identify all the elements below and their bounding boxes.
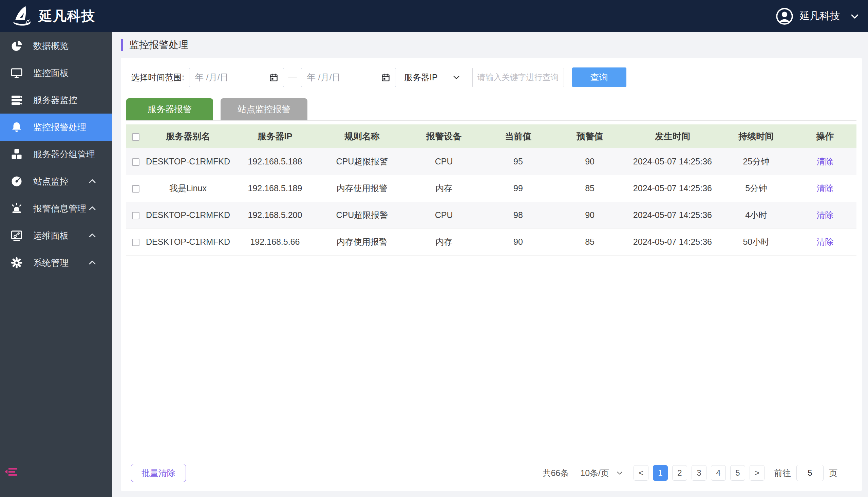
sidebar-item[interactable]: 服务器分组管理 (0, 141, 112, 168)
sidebar-item[interactable]: 监控面板 (0, 59, 112, 86)
cell-current-value: 90 (483, 228, 553, 255)
sailboat-logo-icon (12, 6, 34, 27)
cell-duration: 25分钟 (719, 148, 794, 175)
pager: < 12345 > (634, 465, 764, 481)
cell-device: CPU (405, 202, 483, 228)
clear-action-link[interactable]: 清除 (816, 210, 833, 220)
cell-rule: 内存使用报警 (319, 228, 404, 255)
next-page-button[interactable]: > (749, 465, 764, 481)
sidebar-item[interactable]: 数据概览 (0, 32, 112, 59)
total-count: 共66条 (542, 468, 569, 479)
cell-ip: 192.168.5.188 (231, 148, 319, 175)
monitor-icon (10, 67, 23, 79)
clear-action-link[interactable]: 清除 (816, 183, 833, 193)
cell-ip: 192.168.5.189 (231, 175, 319, 202)
top-header: 延凡科技 延凡科技 (0, 0, 868, 32)
siren-icon (10, 202, 23, 215)
column-header: 预警值 (553, 124, 626, 148)
cell-time: 2024-05-07 14:25:36 (626, 148, 719, 175)
chevron-down-icon (850, 11, 860, 22)
page-size-select[interactable]: 10条/页 (580, 468, 623, 479)
cell-threshold: 90 (553, 202, 626, 228)
pie-chart-icon (10, 39, 23, 52)
select-all-checkbox[interactable] (132, 133, 139, 141)
cell-rule: CPU超限报警 (319, 148, 404, 175)
column-header: 操作 (794, 124, 856, 148)
column-header: 规则名称 (319, 124, 404, 148)
table-row: DESKTOP-C1RMFKD 192.168.5.66 内存使用报警 内存 9… (126, 228, 856, 255)
cell-threshold: 85 (553, 228, 626, 255)
cell-time: 2024-05-07 14:25:36 (626, 202, 719, 228)
row-checkbox[interactable] (132, 212, 139, 219)
chevron-down-icon (616, 469, 623, 477)
clear-action-link[interactable]: 清除 (816, 157, 833, 166)
cell-rule: CPU超限报警 (319, 202, 404, 228)
page-button[interactable]: 4 (711, 465, 726, 481)
cell-current-value: 98 (483, 202, 553, 228)
chevron-down-icon (452, 73, 461, 82)
page-title: 监控报警处理 (129, 38, 188, 52)
sidebar-item[interactable]: 运维面板 (0, 222, 112, 249)
cell-device: CPU (405, 148, 483, 175)
cell-duration: 4小时 (719, 202, 794, 228)
cell-device: 内存 (405, 228, 483, 255)
tab[interactable]: 站点监控报警 (221, 98, 307, 120)
column-header: 报警设备 (405, 124, 483, 148)
page-button[interactable]: 3 (691, 465, 706, 481)
cell-current-value: 99 (483, 175, 553, 202)
cell-ip: 192.168.5.66 (231, 228, 319, 255)
sidebar-item[interactable]: 站点监控 (0, 168, 112, 195)
chevron-up-icon (87, 204, 97, 213)
search-field-select[interactable]: 服务器IP (404, 72, 461, 83)
cell-device: 内存 (405, 175, 483, 202)
keyword-input[interactable] (472, 68, 564, 87)
cell-alias: DESKTOP-C1RMFKD (145, 148, 230, 175)
page-button[interactable]: 1 (653, 465, 668, 481)
brand-name: 延凡科技 (39, 7, 96, 25)
clear-action-link[interactable]: 清除 (816, 237, 833, 246)
sidebar: 数据概览 监控面板 (0, 32, 112, 497)
end-date-input[interactable]: 年 /月/日 (301, 68, 396, 87)
column-header: 持续时间 (719, 124, 794, 148)
user-menu[interactable]: 延凡科技 (776, 8, 860, 25)
query-button[interactable]: 查询 (572, 68, 626, 87)
row-checkbox[interactable] (132, 158, 139, 166)
time-range-label: 选择时间范围: (131, 72, 184, 83)
page-button[interactable]: 5 (730, 465, 745, 481)
sidebar-item-label: 运维面板 (33, 230, 69, 242)
table-row: DESKTOP-C1RMFKD 192.168.5.188 CPU超限报警 CP… (126, 148, 856, 175)
sidebar-item-label: 监控面板 (33, 67, 69, 79)
filter-bar: 选择时间范围: 年 /月/日 — 年 /月/日 (131, 68, 856, 87)
date-range-separator: — (288, 72, 297, 83)
tab[interactable]: 服务器报警 (126, 98, 213, 120)
prev-page-button[interactable]: < (634, 465, 648, 481)
row-checkbox[interactable] (132, 239, 139, 246)
column-header: 发生时间 (626, 124, 719, 148)
batch-clear-button[interactable]: 批量清除 (131, 464, 186, 482)
select-all-cell (126, 124, 145, 148)
sidebar-item[interactable]: 系统管理 (0, 249, 112, 276)
user-name: 延凡科技 (799, 9, 840, 23)
column-header: 服务器IP (231, 124, 319, 148)
cell-threshold: 90 (553, 148, 626, 175)
goto-label: 前往 (774, 468, 791, 479)
chevron-up-icon (87, 231, 97, 240)
goto-page-input[interactable] (796, 465, 824, 481)
page-body: 数据概览 监控面板 (0, 32, 868, 497)
alarm-table: 服务器别名服务器IP规则名称报警设备当前值预警值发生时间持续时间操作 DESKT… (126, 124, 856, 256)
sidebar-item[interactable]: 监控报警处理 (0, 114, 112, 141)
table-row: 我是Linux 192.168.5.189 内存使用报警 内存 99 85 20… (126, 175, 856, 202)
start-date-input[interactable]: 年 /月/日 (189, 68, 284, 87)
cell-time: 2024-05-07 14:25:36 (626, 175, 719, 202)
collapse-sidebar-icon[interactable] (5, 467, 18, 479)
page-button[interactable]: 2 (672, 465, 687, 481)
row-checkbox[interactable] (132, 185, 139, 193)
calendar-icon (269, 73, 278, 82)
ops-panel-icon (10, 229, 23, 242)
sidebar-item[interactable]: 服务器监控 (0, 86, 112, 114)
sidebar-item[interactable]: 报警信息管理 (0, 195, 112, 222)
cell-alias: 我是Linux (145, 175, 230, 202)
cell-rule: 内存使用报警 (319, 175, 404, 202)
server-icon (10, 94, 23, 106)
cubes-icon (10, 148, 23, 161)
